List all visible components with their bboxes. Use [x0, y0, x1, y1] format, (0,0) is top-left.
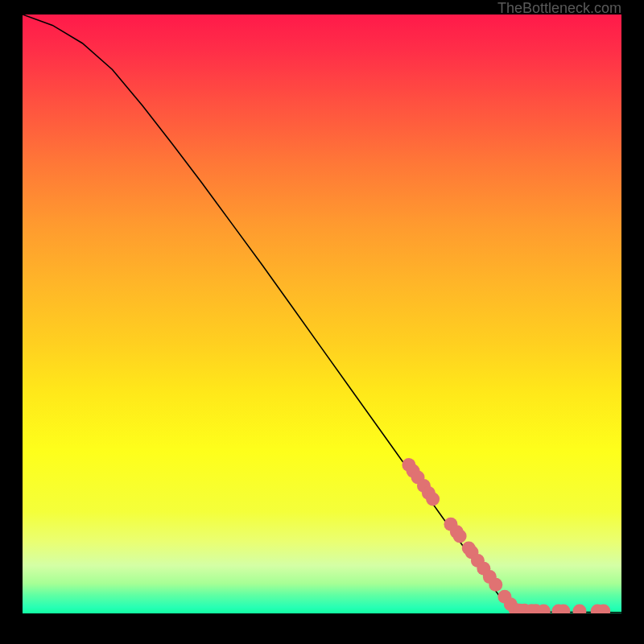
curve-line — [23, 14, 621, 613]
highlight-point — [453, 530, 467, 543]
highlight-point — [572, 605, 586, 613]
highlight-point — [426, 492, 440, 506]
chart-overlay — [23, 14, 621, 613]
chart-container — [23, 14, 621, 613]
highlight-point — [489, 578, 502, 592]
highlight-points — [402, 458, 610, 613]
